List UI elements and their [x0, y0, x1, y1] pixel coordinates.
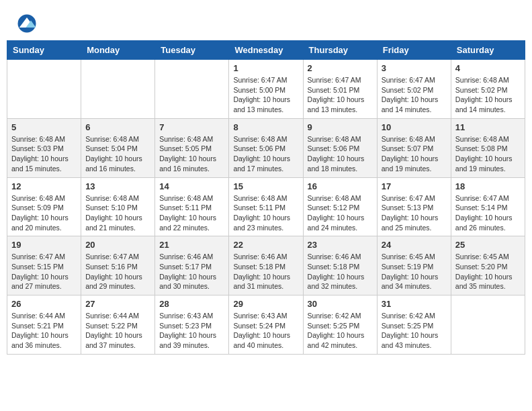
calendar-cell: 3Sunrise: 6:47 AM Sunset: 5:02 PM Daylig… [377, 60, 451, 119]
day-number: 25 [455, 240, 521, 250]
day-number: 18 [455, 181, 521, 191]
day-number: 3 [382, 63, 447, 73]
calendar-cell: 17Sunrise: 6:47 AM Sunset: 5:13 PM Dayli… [377, 177, 451, 236]
day-info: Sunrise: 6:47 AM Sunset: 5:13 PM Dayligh… [382, 193, 447, 233]
day-info: Sunrise: 6:46 AM Sunset: 5:17 PM Dayligh… [159, 252, 224, 291]
calendar-cell: 29Sunrise: 6:43 AM Sunset: 5:24 PM Dayli… [229, 295, 303, 355]
calendar-cell: 19Sunrise: 6:47 AM Sunset: 5:15 PM Dayli… [7, 236, 81, 295]
calendar-cell: 7Sunrise: 6:48 AM Sunset: 5:05 PM Daylig… [155, 118, 229, 177]
day-info: Sunrise: 6:48 AM Sunset: 5:03 PM Dayligh… [11, 134, 77, 174]
logo-icon [17, 13, 37, 34]
calendar-week-row: 5Sunrise: 6:48 AM Sunset: 5:03 PM Daylig… [7, 118, 525, 177]
day-info: Sunrise: 6:47 AM Sunset: 5:15 PM Dayligh… [11, 252, 77, 291]
day-number: 16 [308, 181, 373, 191]
calendar-header-row: SundayMondayTuesdayWednesdayThursdayFrid… [7, 41, 525, 60]
day-info: Sunrise: 6:46 AM Sunset: 5:18 PM Dayligh… [233, 252, 298, 291]
day-info: Sunrise: 6:42 AM Sunset: 5:25 PM Dayligh… [308, 311, 373, 351]
day-number: 26 [11, 299, 77, 309]
day-number: 29 [233, 299, 298, 309]
calendar-cell: 25Sunrise: 6:45 AM Sunset: 5:20 PM Dayli… [451, 236, 525, 295]
day-number: 7 [159, 122, 224, 132]
calendar-cell: 6Sunrise: 6:48 AM Sunset: 5:04 PM Daylig… [81, 118, 155, 177]
day-number: 10 [382, 122, 447, 132]
calendar-cell: 18Sunrise: 6:47 AM Sunset: 5:14 PM Dayli… [451, 177, 525, 236]
day-info: Sunrise: 6:48 AM Sunset: 5:07 PM Dayligh… [382, 134, 447, 174]
calendar-week-row: 19Sunrise: 6:47 AM Sunset: 5:15 PM Dayli… [7, 236, 525, 295]
day-info: Sunrise: 6:47 AM Sunset: 5:00 PM Dayligh… [233, 75, 298, 115]
day-number: 31 [382, 299, 447, 309]
calendar-cell: 1Sunrise: 6:47 AM Sunset: 5:00 PM Daylig… [229, 60, 303, 119]
day-info: Sunrise: 6:48 AM Sunset: 5:04 PM Dayligh… [85, 134, 150, 174]
calendar-cell: 24Sunrise: 6:45 AM Sunset: 5:19 PM Dayli… [377, 236, 451, 295]
day-info: Sunrise: 6:47 AM Sunset: 5:01 PM Dayligh… [308, 75, 373, 115]
day-number: 14 [159, 181, 224, 191]
calendar-week-row: 1Sunrise: 6:47 AM Sunset: 5:00 PM Daylig… [7, 60, 525, 119]
calendar-header-tuesday: Tuesday [155, 41, 229, 60]
day-info: Sunrise: 6:48 AM Sunset: 5:06 PM Dayligh… [233, 134, 298, 174]
day-info: Sunrise: 6:48 AM Sunset: 5:02 PM Dayligh… [455, 75, 521, 115]
calendar-header-wednesday: Wednesday [229, 41, 303, 60]
calendar-cell: 14Sunrise: 6:48 AM Sunset: 5:11 PM Dayli… [155, 177, 229, 236]
day-info: Sunrise: 6:47 AM Sunset: 5:14 PM Dayligh… [455, 193, 521, 233]
calendar-cell: 5Sunrise: 6:48 AM Sunset: 5:03 PM Daylig… [7, 118, 81, 177]
day-number: 21 [159, 240, 224, 250]
calendar-cell: 4Sunrise: 6:48 AM Sunset: 5:02 PM Daylig… [451, 60, 525, 119]
day-number: 1 [233, 63, 298, 73]
day-number: 20 [85, 240, 150, 250]
calendar-cell: 16Sunrise: 6:48 AM Sunset: 5:12 PM Dayli… [303, 177, 377, 236]
calendar-week-row: 26Sunrise: 6:44 AM Sunset: 5:21 PM Dayli… [7, 295, 525, 355]
day-info: Sunrise: 6:44 AM Sunset: 5:22 PM Dayligh… [85, 311, 150, 351]
day-number: 13 [85, 181, 150, 191]
calendar-cell: 10Sunrise: 6:48 AM Sunset: 5:07 PM Dayli… [377, 118, 451, 177]
calendar-cell: 20Sunrise: 6:47 AM Sunset: 5:16 PM Dayli… [81, 236, 155, 295]
logo [17, 13, 38, 34]
calendar-cell [7, 60, 81, 119]
calendar-cell: 8Sunrise: 6:48 AM Sunset: 5:06 PM Daylig… [229, 118, 303, 177]
calendar-week-row: 12Sunrise: 6:48 AM Sunset: 5:09 PM Dayli… [7, 177, 525, 236]
day-info: Sunrise: 6:45 AM Sunset: 5:19 PM Dayligh… [382, 252, 447, 291]
day-number: 4 [455, 63, 521, 73]
calendar-cell: 21Sunrise: 6:46 AM Sunset: 5:17 PM Dayli… [155, 236, 229, 295]
day-number: 24 [382, 240, 447, 250]
day-number: 19 [11, 240, 77, 250]
day-number: 6 [85, 122, 150, 132]
calendar-cell: 30Sunrise: 6:42 AM Sunset: 5:25 PM Dayli… [303, 295, 377, 355]
day-info: Sunrise: 6:48 AM Sunset: 5:08 PM Dayligh… [455, 134, 521, 174]
day-info: Sunrise: 6:44 AM Sunset: 5:21 PM Dayligh… [11, 311, 77, 351]
day-info: Sunrise: 6:47 AM Sunset: 5:16 PM Dayligh… [85, 252, 150, 291]
calendar-cell: 9Sunrise: 6:48 AM Sunset: 5:06 PM Daylig… [303, 118, 377, 177]
calendar-header-monday: Monday [81, 41, 155, 60]
calendar-cell: 15Sunrise: 6:48 AM Sunset: 5:11 PM Dayli… [229, 177, 303, 236]
calendar-cell: 28Sunrise: 6:43 AM Sunset: 5:23 PM Dayli… [155, 295, 229, 355]
day-info: Sunrise: 6:43 AM Sunset: 5:23 PM Dayligh… [159, 311, 224, 351]
day-number: 8 [233, 122, 298, 132]
day-number: 27 [85, 299, 150, 309]
day-info: Sunrise: 6:43 AM Sunset: 5:24 PM Dayligh… [233, 311, 298, 351]
day-info: Sunrise: 6:45 AM Sunset: 5:20 PM Dayligh… [455, 252, 521, 291]
calendar-cell: 31Sunrise: 6:42 AM Sunset: 5:25 PM Dayli… [377, 295, 451, 355]
day-info: Sunrise: 6:46 AM Sunset: 5:18 PM Dayligh… [308, 252, 373, 291]
calendar-cell: 12Sunrise: 6:48 AM Sunset: 5:09 PM Dayli… [7, 177, 81, 236]
calendar-cell: 2Sunrise: 6:47 AM Sunset: 5:01 PM Daylig… [303, 60, 377, 119]
day-number: 22 [233, 240, 298, 250]
day-info: Sunrise: 6:48 AM Sunset: 5:11 PM Dayligh… [159, 193, 224, 233]
calendar-cell: 27Sunrise: 6:44 AM Sunset: 5:22 PM Dayli… [81, 295, 155, 355]
day-number: 5 [11, 122, 77, 132]
calendar-cell: 13Sunrise: 6:48 AM Sunset: 5:10 PM Dayli… [81, 177, 155, 236]
calendar-cell [451, 295, 525, 355]
day-number: 12 [11, 181, 77, 191]
day-number: 9 [308, 122, 373, 132]
day-number: 28 [159, 299, 224, 309]
day-number: 17 [382, 181, 447, 191]
calendar-cell [81, 60, 155, 119]
day-info: Sunrise: 6:48 AM Sunset: 5:05 PM Dayligh… [159, 134, 224, 174]
day-number: 23 [308, 240, 373, 250]
day-info: Sunrise: 6:48 AM Sunset: 5:10 PM Dayligh… [85, 193, 150, 233]
calendar-cell: 26Sunrise: 6:44 AM Sunset: 5:21 PM Dayli… [7, 295, 81, 355]
day-info: Sunrise: 6:48 AM Sunset: 5:06 PM Dayligh… [308, 134, 373, 174]
day-info: Sunrise: 6:48 AM Sunset: 5:12 PM Dayligh… [308, 193, 373, 233]
calendar-table: SundayMondayTuesdayWednesdayThursdayFrid… [7, 40, 525, 355]
day-number: 15 [233, 181, 298, 191]
day-info: Sunrise: 6:47 AM Sunset: 5:02 PM Dayligh… [382, 75, 447, 115]
day-info: Sunrise: 6:48 AM Sunset: 5:09 PM Dayligh… [11, 193, 77, 233]
